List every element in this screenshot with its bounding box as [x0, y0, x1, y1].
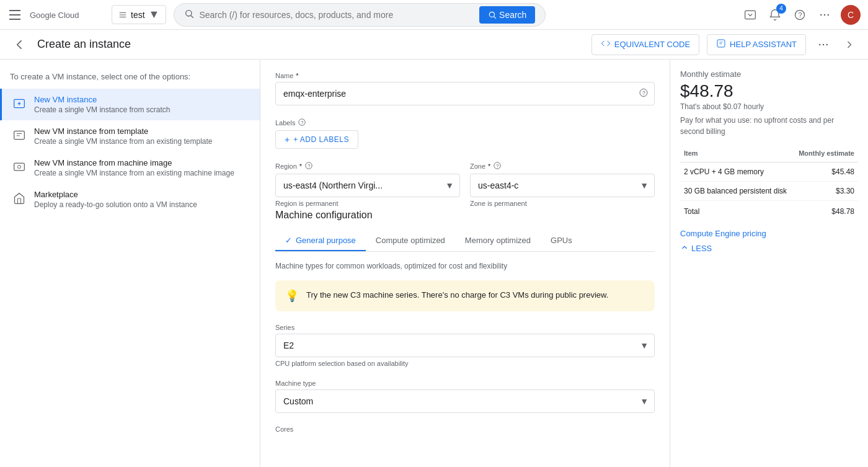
svg-line-2 [191, 16, 193, 18]
search-bar[interactable]: Search [174, 3, 546, 27]
estimate-total-amount: $48.78 [794, 201, 858, 221]
collapse-panel-icon[interactable] [841, 36, 858, 53]
estimate-table: Item Monthly estimate 2 vCPU + 4 GB memo… [680, 147, 858, 221]
svg-point-3 [489, 12, 494, 17]
svg-text:Google Cloud: Google Cloud [30, 11, 79, 20]
help-assistant-button[interactable]: HELP ASSISTANT [707, 34, 806, 55]
notifications-icon[interactable]: 4 [766, 6, 784, 24]
svg-text:?: ? [497, 163, 499, 169]
pricing-link[interactable]: Compute Engine pricing [680, 229, 766, 238]
more-options-icon[interactable] [816, 6, 833, 24]
tab-general-purpose[interactable]: ✓ General purpose [275, 231, 366, 251]
estimate-col-item: Item [680, 147, 794, 162]
sidebar: To create a VM instance, select one of t… [0, 60, 260, 467]
back-button[interactable] [10, 35, 30, 55]
region-select[interactable]: us-east4 (Northern Virgi... [275, 174, 460, 197]
sidebar-item-vm-template[interactable]: New VM instance from template Create a s… [0, 120, 260, 152]
marketplace-icon [12, 191, 27, 206]
labels-section: Labels ? + + ADD LABELS [275, 118, 655, 149]
machine-config-title: Machine configuration [275, 210, 655, 221]
svg-line-4 [494, 16, 496, 18]
svg-rect-23 [14, 163, 25, 171]
search-button[interactable]: Search [479, 6, 535, 24]
equivalent-code-label: EQUIVALENT CODE [614, 40, 690, 49]
machine-type-select[interactable]: Custom [275, 389, 655, 413]
add-labels-button[interactable]: + + ADD LABELS [275, 130, 358, 149]
project-chevron-icon: ▼ [149, 8, 160, 21]
zone-select[interactable]: us-east4-c [470, 174, 655, 197]
info-banner: 💡 Try the new C3 machine series. There's… [275, 280, 655, 311]
region-help-icon[interactable]: ? [304, 161, 313, 171]
sidebar-intro: To create a VM instance, select one of t… [0, 69, 260, 89]
search-input[interactable] [199, 10, 474, 20]
zone-select-wrapper: us-east4-c ▼ [470, 174, 655, 197]
search-icon [184, 9, 194, 20]
sidebar-item-new-vm-title: New VM instance [34, 95, 170, 104]
svg-point-10 [828, 14, 830, 16]
sidebar-item-new-vm[interactable]: New VM instance Create a single VM insta… [0, 89, 260, 120]
notification-count: 4 [776, 4, 786, 14]
svg-text:?: ? [642, 90, 645, 96]
region-field: Region * ? us-east4 (Northern Virgi... ▼… [275, 161, 460, 210]
tab-compute-optimized[interactable]: Compute optimized [366, 231, 455, 251]
assistant-icon [716, 38, 726, 51]
equivalent-code-button[interactable]: EQUIVALENT CODE [591, 34, 699, 55]
series-platform-note: CPU platform selection based on availabi… [275, 360, 655, 367]
estimate-hourly: That's about $0.07 hourly [680, 102, 858, 111]
help-icon[interactable]: ? [791, 6, 808, 24]
estimate-amount-1: $3.30 [794, 182, 858, 201]
svg-point-1 [186, 11, 192, 16]
estimate-amount-0: $45.48 [794, 162, 858, 182]
name-help-icon[interactable]: ? [639, 88, 649, 100]
sidebar-item-marketplace-title: Marketplace [34, 190, 197, 199]
series-select-wrapper: E2 ▼ [275, 334, 655, 357]
sidebar-item-new-vm-desc: Create a single VM instance from scratch [34, 105, 170, 114]
more-options-icon[interactable] [813, 35, 833, 55]
machine-config-section: Machine configuration ✓ General purpose … [275, 210, 655, 433]
svg-point-15 [823, 43, 825, 45]
region-note: Region is permanent [275, 200, 460, 207]
tab-memory-optimized[interactable]: Memory optimized [455, 231, 541, 251]
sidebar-item-machine-image-desc: Create a single VM instance from an exis… [34, 169, 234, 177]
estimate-row-1: 30 GB balanced persistent disk $3.30 [680, 182, 858, 201]
machine-type-label: Machine type [275, 380, 655, 387]
estimate-billing: Pay for what you use: no upfront costs a… [680, 115, 858, 137]
svg-rect-20 [14, 131, 25, 139]
svg-text:?: ? [301, 120, 304, 125]
hamburger-menu[interactable] [7, 7, 22, 22]
labels-help-icon[interactable]: ? [298, 118, 306, 128]
sidebar-item-marketplace[interactable]: Marketplace Deploy a ready-to-go solutio… [0, 184, 260, 215]
topnav: Google Cloud test ▼ Search 4 ? C [0, 0, 868, 30]
sidebar-item-marketplace-desc: Deploy a ready-to-go solution onto a VM … [34, 200, 197, 209]
region-select-wrapper: us-east4 (Northern Virgi... ▼ [275, 174, 460, 197]
vm-template-icon [12, 128, 27, 143]
series-select[interactable]: E2 [275, 334, 655, 357]
machine-type-select-wrapper: Custom ▼ [275, 389, 655, 413]
name-field-group: Name * ? [275, 72, 655, 105]
svg-point-14 [819, 43, 821, 45]
zone-label: Zone * ? [470, 161, 655, 171]
sidebar-item-template-desc: Create a single VM instance from an exis… [34, 137, 212, 146]
cores-label: Cores [275, 425, 655, 433]
name-input[interactable] [275, 82, 655, 105]
project-selector[interactable]: test ▼ [112, 5, 166, 24]
new-vm-icon [12, 96, 27, 111]
estimate-row-0: 2 vCPU + 4 GB memory $45.48 [680, 162, 858, 182]
region-zone-row: Region * ? us-east4 (Northern Virgi... ▼… [275, 161, 655, 210]
svg-point-16 [826, 43, 828, 45]
content-area: Name * ? Labels ? + + ADD LABELS [260, 60, 670, 467]
estimate-item-1: 30 GB balanced persistent disk [680, 182, 794, 201]
tab-gpus[interactable]: GPUs [541, 231, 582, 251]
zone-help-icon[interactable]: ? [493, 161, 502, 171]
machine-image-icon [12, 159, 27, 174]
less-button[interactable]: LESS [680, 243, 858, 254]
page-title: Create an instance [37, 38, 131, 51]
info-banner-text: Try the new C3 machine series. There's n… [306, 289, 608, 301]
estimate-total-row: Total $48.78 [680, 201, 858, 221]
user-avatar[interactable]: C [841, 5, 861, 25]
estimate-title: Monthly estimate [680, 69, 858, 79]
name-label: Name * [275, 72, 655, 79]
sidebar-item-machine-image-title: New VM instance from machine image [34, 158, 234, 167]
sidebar-item-machine-image[interactable]: New VM instance from machine image Creat… [0, 152, 260, 184]
cloud-shell-icon[interactable] [742, 6, 759, 24]
